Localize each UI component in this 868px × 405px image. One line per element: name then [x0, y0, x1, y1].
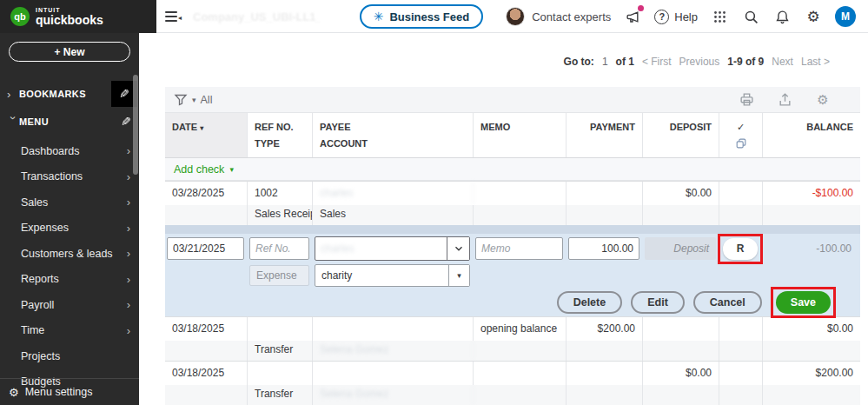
- sidebar-menu-header[interactable]: › MENU ✎: [0, 109, 139, 135]
- first-page-link[interactable]: < First: [642, 56, 672, 68]
- register-page: Go to: 1 of 1 < First Previous 1-9 of 9 …: [139, 33, 868, 405]
- table-settings-gear-icon[interactable]: ⚙: [813, 90, 832, 110]
- cell-reconcile: [719, 182, 763, 205]
- contact-experts-label: Contact experts: [532, 10, 611, 23]
- new-button[interactable]: + New: [9, 42, 130, 62]
- delete-button[interactable]: Delete: [557, 291, 623, 314]
- left-navigation: + New › BOOKMARKS ✎ › MENU ✎ Dashboards …: [0, 33, 139, 405]
- check-icon: ✓: [726, 119, 755, 136]
- sort-caret-icon: ▾: [200, 124, 203, 132]
- chevron-right-icon: ›: [127, 247, 130, 260]
- column-header-reconcile[interactable]: ✓: [719, 113, 763, 157]
- chevron-right-icon: ›: [127, 324, 130, 337]
- date-input[interactable]: [167, 237, 244, 260]
- settings-gear-icon[interactable]: ⚙: [804, 7, 823, 26]
- account-select[interactable]: charity ▾: [315, 264, 470, 287]
- intuit-wordmark: INTUIT: [36, 7, 103, 13]
- cell-memo: [474, 182, 567, 205]
- export-icon[interactable]: [775, 90, 794, 110]
- sidebar-item-transactions[interactable]: Transactions ›: [0, 164, 139, 190]
- cell-payment: $200.00: [567, 317, 643, 341]
- sidebar-item-expenses[interactable]: Expenses ›: [0, 216, 139, 242]
- cell-payee-redacted: charles: [313, 182, 474, 205]
- next-page-link[interactable]: Next: [772, 56, 793, 68]
- cell-balance: -$100.00: [763, 182, 860, 205]
- payment-input[interactable]: [568, 237, 639, 260]
- user-avatar[interactable]: M: [835, 6, 856, 27]
- pagination: Go to: 1 of 1 < First Previous 1-9 of 9 …: [564, 56, 830, 68]
- column-header-memo[interactable]: MEMO: [474, 113, 567, 157]
- sidebar-menu-items: Dashboards › Transactions › Sales › Expe…: [0, 138, 139, 395]
- column-header-date[interactable]: DATE▾: [165, 113, 248, 157]
- search-icon[interactable]: [741, 7, 760, 26]
- pencil-icon: ✎: [119, 87, 129, 101]
- print-icon[interactable]: [737, 90, 756, 110]
- menu-settings-button[interactable]: ⚙ Menu settings: [0, 378, 139, 405]
- sidebar-item-customers-leads[interactable]: Customers & leads ›: [0, 241, 139, 267]
- sidebar-item-payroll[interactable]: Payroll ›: [0, 292, 139, 318]
- account-dropdown-button[interactable]: ▾: [448, 265, 469, 286]
- column-header-ref-type[interactable]: REF NO. TYPE: [248, 113, 313, 157]
- payee-value-redacted: charles: [315, 237, 447, 260]
- gear-icon: ⚙: [9, 386, 19, 399]
- bookmarks-label: BOOKMARKS: [19, 89, 111, 99]
- caret-down-icon: ▾: [192, 96, 196, 104]
- company-name: Company_US_UBI-LL1_20019926_...: [193, 10, 320, 23]
- column-header-deposit[interactable]: DEPOSIT: [643, 113, 719, 157]
- sidebar-item-reports[interactable]: Reports ›: [0, 267, 139, 293]
- add-check-row[interactable]: Add check ▾: [165, 158, 860, 181]
- quickbooks-wordmark: quickbooks: [36, 14, 103, 26]
- quickbooks-logo[interactable]: qb INTUIT quickbooks: [0, 0, 156, 33]
- sidebar-item-dashboards[interactable]: Dashboards ›: [0, 138, 139, 164]
- cell-account: Sales: [313, 205, 474, 225]
- annotation-box-reconcile: R: [718, 234, 763, 264]
- apps-grid-icon[interactable]: [710, 7, 729, 26]
- previous-page-link[interactable]: Previous: [679, 56, 720, 68]
- contact-experts-button[interactable]: Contact experts: [506, 7, 611, 26]
- sparkle-icon: ✳: [374, 10, 384, 23]
- notifications-bell-icon[interactable]: [772, 7, 792, 26]
- cell-payment: [567, 182, 643, 205]
- column-header-payment[interactable]: PAYMENT: [567, 113, 643, 157]
- brand-text: INTUIT quickbooks: [36, 7, 103, 26]
- sidebar-bookmarks[interactable]: › BOOKMARKS ✎: [0, 79, 139, 109]
- pencil-icon: ✎: [121, 115, 131, 129]
- column-header-balance[interactable]: BALANCE: [763, 113, 860, 157]
- help-button[interactable]: ? Help: [654, 10, 698, 24]
- page-number-input[interactable]: 1: [602, 56, 608, 68]
- filter-button[interactable]: ▾ All: [174, 93, 212, 107]
- sidebar-item-time[interactable]: Time ›: [0, 318, 139, 344]
- column-header-payee-account[interactable]: PAYEE ACCOUNT: [313, 113, 474, 157]
- cell-account-redacted: Selena Gomez: [313, 385, 474, 405]
- save-button[interactable]: Save: [776, 291, 831, 314]
- collapse-arrow-icon: ◂: [178, 14, 182, 22]
- cell-type: Transfer: [248, 385, 313, 405]
- go-to-label: Go to:: [564, 56, 594, 68]
- payee-combobox[interactable]: charles: [315, 236, 470, 261]
- cell-date: 03/18/2025: [165, 317, 248, 341]
- table-row[interactable]: 03/28/2025 1002 charles $0.00 -$100.00 S…: [165, 181, 860, 225]
- memo-input[interactable]: [475, 237, 563, 260]
- edit-button[interactable]: Edit: [631, 291, 685, 314]
- business-feed-button[interactable]: ✳ Business Feed: [360, 4, 484, 29]
- cell-balance: $0.00: [763, 317, 860, 341]
- cancel-button[interactable]: Cancel: [693, 291, 762, 314]
- payee-dropdown-button[interactable]: [447, 237, 469, 260]
- table-row[interactable]: 03/18/2025 opening balance $200.00 $0.00…: [165, 316, 860, 361]
- reconcile-status-button[interactable]: R: [723, 238, 758, 260]
- cell-payment: [567, 362, 643, 385]
- sidebar-scrollbar[interactable]: [133, 75, 138, 175]
- ref-no-input[interactable]: [249, 237, 309, 260]
- annotation-box-save: Save: [771, 287, 836, 318]
- last-page-link[interactable]: Last >: [801, 56, 830, 68]
- top-header: qb INTUIT quickbooks ◂ Company_US_UBI-LL…: [0, 0, 868, 33]
- announcements-megaphone-icon[interactable]: [623, 7, 642, 26]
- caret-down-icon: ▾: [457, 271, 461, 280]
- sidebar-item-projects[interactable]: Projects: [0, 343, 139, 369]
- type-field-disabled: Expense: [249, 265, 309, 286]
- table-row[interactable]: 03/18/2025 $0.00 $200.00 Transfer Selena…: [165, 361, 860, 405]
- copy-icon: [726, 137, 755, 149]
- sidebar-item-sales[interactable]: Sales ›: [0, 189, 139, 216]
- selected-row-band: [165, 225, 860, 234]
- nav-collapse-icon[interactable]: ◂: [165, 10, 181, 23]
